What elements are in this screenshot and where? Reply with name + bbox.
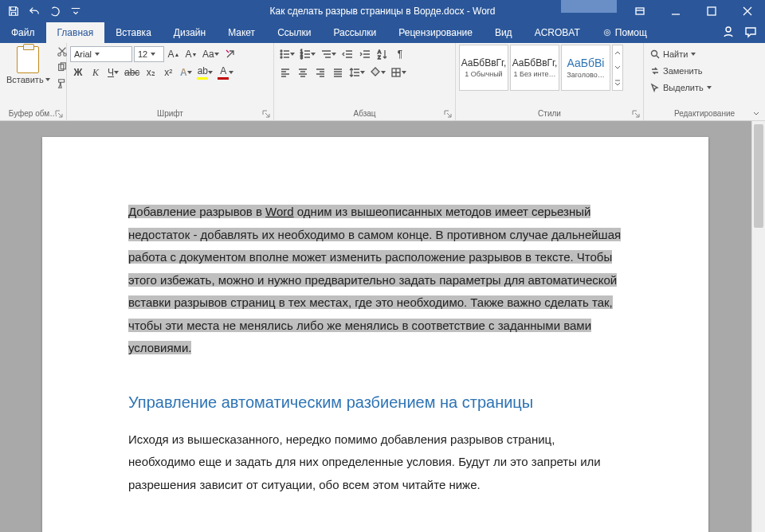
undo-icon[interactable] (26, 2, 43, 20)
tab-home[interactable]: Главная (46, 22, 105, 43)
change-case-button[interactable]: Aa (201, 46, 221, 62)
svg-point-18 (652, 51, 657, 57)
document-paragraph-selected[interactable]: Добавление разрывов в Word одним из выше… (128, 201, 622, 360)
align-left-icon[interactable] (277, 65, 293, 80)
font-launcher-icon[interactable] (262, 110, 272, 119)
tab-acrobat[interactable]: ACROBAT (524, 22, 591, 43)
borders-icon[interactable] (389, 65, 408, 80)
group-clipboard-label: Буфер обм… (3, 106, 63, 120)
titlebar: Как сделать разрыв страницы в Ворде.docx… (0, 0, 765, 22)
save-icon[interactable] (5, 2, 22, 20)
clipboard-launcher-icon[interactable] (55, 110, 65, 119)
select-label: Выделить (663, 83, 704, 92)
tab-design[interactable]: Дизайн (163, 22, 217, 43)
styles-scrollbar[interactable] (612, 45, 623, 91)
styles-gallery[interactable]: АаБбВвГг, 1 Обычный АаБбВвГг, 1 Без инте… (459, 45, 623, 91)
numbering-icon[interactable]: 123 (298, 46, 317, 62)
text-run: одним из вышеописанных методов имеет сер… (128, 205, 621, 354)
decrease-indent-icon[interactable] (339, 46, 355, 62)
style-preview: АаБбВі (567, 57, 605, 69)
signin-area[interactable] (561, 0, 617, 13)
align-center-icon[interactable] (295, 65, 311, 80)
redo-icon[interactable] (46, 2, 64, 20)
svg-point-10 (280, 53, 282, 55)
tab-help-label: Помощ (615, 27, 647, 38)
align-right-icon[interactable] (312, 65, 328, 80)
group-paragraph: 123 AZ ¶ Абзац (274, 43, 456, 120)
sort-icon[interactable]: AZ (375, 46, 390, 62)
style-nospacing[interactable]: АаБбВвГг, 1 Без инте… (510, 45, 559, 91)
tab-file[interactable]: Файл (0, 22, 46, 43)
group-font: Arial 12 A▲ A▼ Aa Ж К Ч abc x₂ x² A ab A (67, 43, 274, 120)
ribbon-display-icon[interactable] (622, 0, 657, 22)
strike-button[interactable]: abc (123, 65, 141, 80)
vertical-scrollbar[interactable] (751, 121, 765, 532)
justify-icon[interactable] (330, 65, 346, 80)
minimize-icon[interactable] (657, 0, 693, 22)
multilevel-icon[interactable] (319, 46, 338, 62)
highlight-color-button[interactable]: ab (195, 65, 214, 80)
styles-more-icon[interactable] (613, 75, 622, 90)
maximize-icon[interactable] (693, 0, 729, 22)
style-heading1[interactable]: АаБбВі Заголово… (561, 45, 610, 91)
find-label: Найти (663, 49, 688, 59)
tab-layout[interactable]: Макет (217, 22, 266, 43)
line-spacing-icon[interactable] (347, 65, 367, 80)
scroll-up-icon[interactable] (613, 45, 622, 61)
paragraph-launcher-icon[interactable] (444, 110, 453, 119)
tab-review[interactable]: Рецензирование (387, 22, 484, 43)
bullets-icon[interactable] (277, 46, 296, 62)
svg-point-4 (726, 27, 731, 32)
scrollbar-thumb[interactable] (754, 124, 763, 228)
document-heading[interactable]: Управление автоматическим разбиением на … (128, 387, 622, 417)
shading-icon[interactable] (368, 65, 387, 80)
increase-indent-icon[interactable] (357, 46, 373, 62)
tab-mailings[interactable]: Рассылки (322, 22, 387, 43)
ribbon-tabs: Файл Главная Вставка Дизайн Макет Ссылки… (0, 22, 765, 43)
find-button[interactable]: Найти (647, 46, 715, 62)
shrink-font-icon[interactable]: A▼ (183, 46, 199, 62)
document-page[interactable]: Добавление разрывов в Word одним из выше… (42, 137, 708, 532)
italic-button[interactable]: К (88, 65, 104, 80)
replace-label: Заменить (663, 66, 702, 76)
font-name-combo[interactable]: Arial (70, 46, 132, 62)
grow-font-icon[interactable]: A▲ (166, 46, 182, 62)
ribbon: Вставить Буфер обм… Arial 12 A▲ A▼ Aa (0, 43, 765, 121)
group-styles: АаБбВвГг, 1 Обычный АаБбВвГг, 1 Без инте… (456, 43, 644, 120)
paste-button[interactable]: Вставить (3, 45, 53, 86)
font-size-value: 12 (138, 49, 147, 59)
font-size-combo[interactable]: 12 (134, 46, 164, 62)
text-effects-icon[interactable]: A (178, 65, 194, 80)
bold-button[interactable]: Ж (70, 65, 86, 80)
qat-customize-icon[interactable] (67, 2, 84, 20)
show-marks-icon[interactable]: ¶ (392, 46, 408, 62)
select-button[interactable]: Выделить (647, 80, 715, 96)
replace-button[interactable]: Заменить (647, 63, 715, 79)
clear-formatting-icon[interactable] (222, 46, 238, 62)
underline-button[interactable]: Ч (105, 65, 121, 80)
font-color-button[interactable]: A (216, 65, 235, 80)
tab-help[interactable]: Помощ (591, 22, 658, 43)
collapse-ribbon-icon[interactable] (751, 108, 762, 119)
document-paragraph[interactable]: Исходя из вышесказанного, нередко помимо… (128, 428, 622, 497)
share-icon[interactable] (722, 25, 735, 41)
paste-label: Вставить (6, 75, 44, 84)
svg-text:Z: Z (378, 55, 381, 60)
svg-text:3: 3 (300, 55, 303, 60)
group-font-label: Шрифт (70, 106, 270, 120)
tab-view[interactable]: Вид (484, 22, 524, 43)
tab-references[interactable]: Ссылки (266, 22, 322, 43)
group-styles-label: Стили (459, 106, 640, 120)
svg-rect-0 (636, 8, 644, 14)
tab-insert[interactable]: Вставка (104, 22, 163, 43)
style-normal[interactable]: АаБбВвГг, 1 Обычный (459, 45, 508, 91)
styles-launcher-icon[interactable] (632, 110, 641, 119)
svg-point-6 (63, 53, 66, 57)
superscript-button[interactable]: x² (160, 65, 176, 80)
comments-icon[interactable] (744, 25, 757, 41)
svg-text:A: A (378, 49, 381, 54)
subscript-button[interactable]: x₂ (143, 65, 159, 80)
close-icon[interactable] (729, 0, 765, 22)
scroll-down-icon[interactable] (613, 61, 622, 76)
style-preview: АаБбВвГг, (461, 57, 507, 68)
